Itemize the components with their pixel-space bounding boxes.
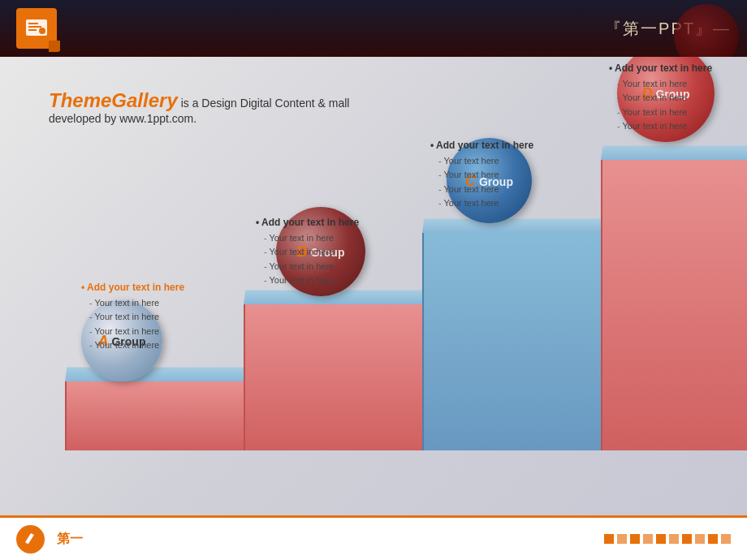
svg-rect-1 [28,23,38,24]
content-a-item1: Your text in here [81,296,184,311]
content-a-item2: Your text in here [81,310,184,325]
stair-d [601,158,747,450]
intro-section: ThemeGallery is a Design Digital Content… [49,89,349,125]
brand-description2: developed by www.1ppt.com. [49,112,349,125]
stair-a [65,369,252,450]
content-b-item2: Your text in here [256,245,359,260]
content-b-item1: Your text in here [256,231,359,246]
dot1 [604,534,614,544]
staircase-diagram: A Group B Group C Group D Group Add your… [41,142,739,450]
content-d-item3: Your text in here [609,106,712,120]
stair-b [244,300,430,450]
brand-name: ThemeGallery [49,89,178,111]
dot6 [669,534,679,544]
dot4 [643,534,653,544]
content-b-header: Add your text in here [256,215,359,230]
footer: 第一 [0,515,747,560]
content-d: Add your text in here Your text in here … [609,61,712,134]
content-b-item3: Your text in here [256,260,359,274]
svg-point-4 [39,28,45,34]
stair-a-top [65,368,245,382]
footer-decoration [604,534,731,544]
content-d-item1: Your text in here [609,77,712,92]
content-c-header: Add your text in here [430,138,533,153]
dot3 [630,534,640,544]
footer-logo [16,525,45,554]
dot2 [617,534,627,544]
stair-d-top [601,146,747,161]
footer-label: 第一 [57,531,83,548]
dot8 [695,534,705,544]
content-a-item4: Your text in here [81,338,184,353]
stair-a-front [65,381,244,450]
dot10 [721,534,731,544]
content-d-item4: Your text in here [609,119,712,134]
content-c: Add your text in here Your text here You… [430,138,533,211]
dot9 [708,534,718,544]
content-b-item4: Your text in here [256,274,359,288]
dot7 [682,534,692,544]
stair-b-front [244,304,422,450]
content-a: Add your text in here Your text in here … [81,280,184,353]
header: 『第一PPT』— [0,0,747,57]
content-d-item2: Your text in here [609,91,712,106]
content-c-item3: Your text here [430,183,533,197]
content-c-item4: Your text here [430,196,533,211]
pencil-icon [23,531,39,547]
content-a-item3: Your text in here [81,325,184,339]
svg-rect-2 [28,26,41,28]
content-d-header: Add your text in here [609,61,712,76]
svg-rect-3 [28,29,37,31]
logo-icon [24,16,49,41]
stair-c-front [422,233,601,450]
stair-c [422,231,609,450]
stair-d-front [601,160,747,450]
app-logo [16,8,57,49]
content-b: Add your text in here Your text in here … [256,215,359,288]
content-c-item1: Your text here [430,154,533,169]
brand-description: is a Design Digital Content & mall [178,97,350,110]
dot5 [656,534,666,544]
content-a-header: Add your text in here [81,280,184,295]
main-content: ThemeGallery is a Design Digital Content… [0,57,747,515]
content-c-item2: Your text here [430,168,533,183]
stair-c-top [422,219,602,234]
